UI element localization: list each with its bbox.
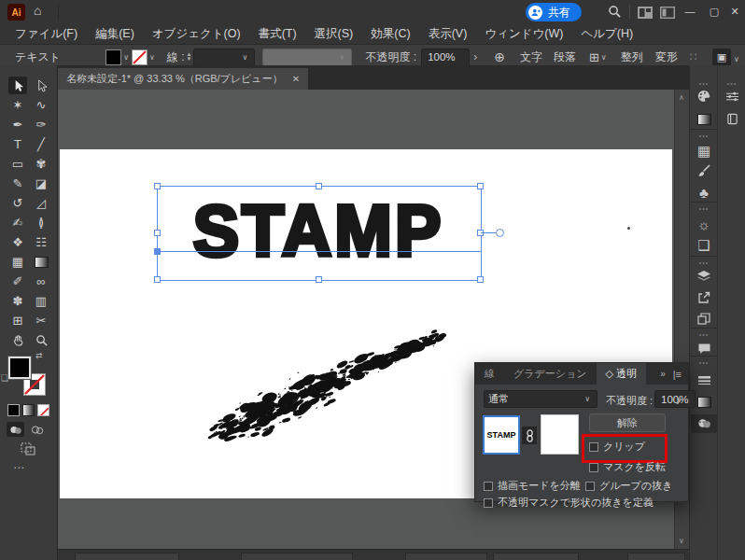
status-bar-control[interactable] [75,553,179,560]
appearance-panel-icon[interactable]: ☼ [691,215,717,233]
menu-item-1[interactable]: ファイル(F) [15,26,77,42]
color-panel-icon[interactable] [691,88,717,106]
swap-fill-stroke-icon[interactable]: ⇄ [35,351,43,360]
document-setup-icon[interactable]: ⊕ [494,50,505,63]
layers-panel-icon[interactable] [691,268,717,287]
dock-grab-dots[interactable]: ••• [691,133,717,139]
maximize-button[interactable]: ▢ [702,6,726,18]
baseline-anchor[interactable] [154,248,161,255]
default-fill-stroke-icon[interactable]: ❏ [1,373,8,383]
release-button[interactable]: 解除 [589,413,666,432]
slice-tool[interactable]: ✂ [32,312,50,329]
perspective-grid-tool[interactable]: ☷ [32,233,50,251]
document-tab[interactable]: 名称未設定-1* @ 33.33 %（RGB/プレビュー） ✕ [58,68,308,90]
selection-handle[interactable] [316,183,322,189]
scroll-up-icon[interactable]: ∧ [679,93,684,102]
status-bar-control[interactable] [241,553,353,560]
blend-tool[interactable]: ∞ [32,273,50,290]
opacity-value[interactable]: 100% [421,49,470,66]
draw-inside-mode-icon[interactable] [21,442,35,459]
dock-grab-dots[interactable]: ••• [691,205,717,212]
draw-behind-mode-button[interactable] [28,422,46,437]
lasso-tool[interactable]: ∿ [32,96,50,114]
panel-menu-icon[interactable]: |≡ [673,369,682,380]
selection-handle[interactable] [154,183,161,189]
align-button[interactable]: 整列 [621,49,643,65]
touch-type-icon[interactable]: ⊞ [589,51,599,63]
define-knockout-checkbox[interactable] [484,498,493,508]
panel-tab-1[interactable]: 線 [475,363,504,385]
character-panel-button[interactable]: 文字 [520,49,542,65]
arrange-documents-icon[interactable] [638,6,653,22]
stroke-weight-combo[interactable]: ∨ [193,49,255,66]
rectangle-tool[interactable]: ▭ [8,155,27,173]
workspace-layout-icon[interactable] [660,6,675,22]
column-graph-tool[interactable]: ▥ [32,292,50,310]
symbol-sprayer-tool[interactable]: ✽ [8,292,27,310]
stroke-panel-icon[interactable] [691,371,717,390]
menu-item-3[interactable]: オブジェクト(O) [152,26,241,42]
dock-grab-dots[interactable]: ••• [691,259,717,266]
share-button[interactable]: 共有 [526,3,582,21]
knife-tool[interactable]: ◪ [32,175,50,192]
panel-tab-3[interactable]: ◇ 透明 [597,363,647,385]
workspace-chevron-icon[interactable]: ∨ [734,55,739,63]
touch-type-chevron-icon[interactable]: ∨ [601,53,607,62]
width-tool[interactable]: ≬ [32,214,50,231]
brushes-panel-icon[interactable] [691,162,717,181]
selection-handle[interactable] [477,183,484,189]
link-icon[interactable] [522,427,537,444]
selection-handle[interactable] [154,230,161,236]
asset-export-panel-icon[interactable] [691,310,717,329]
rotate-tool[interactable]: ↺ [8,194,27,212]
panel-tab-2[interactable]: グラデーション [504,363,597,385]
selection-tool[interactable] [8,77,27,94]
hand-tool[interactable] [8,331,27,349]
dock-grab-dots[interactable]: ••• [691,359,717,366]
magic-wand-tool[interactable]: ✶ [8,96,27,114]
close-button[interactable]: ✕ [726,6,743,18]
libraries-panel-icon[interactable] [719,110,745,129]
panel-opacity-value[interactable]: 100% [654,390,696,408]
home-icon[interactable]: ⌂ [34,3,41,18]
selection-handle[interactable] [154,276,161,283]
dock-grab-dots[interactable]: ••• [719,80,745,87]
mask-thumbnail[interactable] [541,414,579,455]
dock-grab-dots[interactable]: ••• [691,80,717,87]
selection-handle[interactable] [316,276,322,283]
none-mode-button[interactable] [37,404,49,416]
menu-item-5[interactable]: 選択(S) [315,26,354,42]
menu-item-8[interactable]: ウィンドウ(W) [485,26,563,42]
type-tool[interactable]: T [8,135,27,153]
graphic-styles-panel-icon[interactable]: ❑ [691,236,717,255]
define-knockout-checkbox-row[interactable]: 不透明マスクで形状の抜きを定義 [484,496,654,510]
menu-item-9[interactable]: ヘルプ(H) [581,26,633,42]
transform-button[interactable]: 変形 [655,49,678,65]
minimize-button[interactable]: — [678,6,702,17]
tab-close-icon[interactable]: ✕ [292,74,300,84]
direct-selection-tool[interactable] [32,77,50,94]
shaper-tool[interactable]: ✎ [8,175,27,192]
gradient-tool[interactable] [32,253,50,271]
gradient-panel-icon[interactable] [691,110,717,129]
mesh-tool[interactable]: ▦ [8,253,27,271]
panel-collapse-icon[interactable]: » [660,369,666,379]
stroke-weight-stepper[interactable]: ▲▼ [187,52,192,62]
shape-builder-tool[interactable]: ❖ [8,233,27,251]
curvature-tool[interactable]: ✑ [32,116,50,133]
side-handle-circle[interactable] [496,229,504,237]
object-thumbnail[interactable]: STAMP [483,415,520,455]
blend-mode-select[interactable]: 通常∨ [484,390,597,408]
invert-mask-checkbox[interactable] [589,463,598,472]
color-mode-button[interactable] [7,404,20,416]
scale-tool[interactable]: ◿ [32,194,50,212]
status-bar-control[interactable] [405,553,487,560]
isolate-blending-checkbox[interactable] [484,482,493,491]
fill-color-swatch[interactable] [105,49,121,65]
grunge-texture-object[interactable] [191,314,464,455]
artboard-tool[interactable]: ⊞ [8,312,27,329]
scroll-down-icon[interactable]: ∨ [679,537,684,545]
status-bar-control[interactable] [627,553,685,560]
fill-proxy-swatch[interactable] [8,357,31,379]
clip-checkbox-row[interactable]: クリップ [589,440,645,454]
